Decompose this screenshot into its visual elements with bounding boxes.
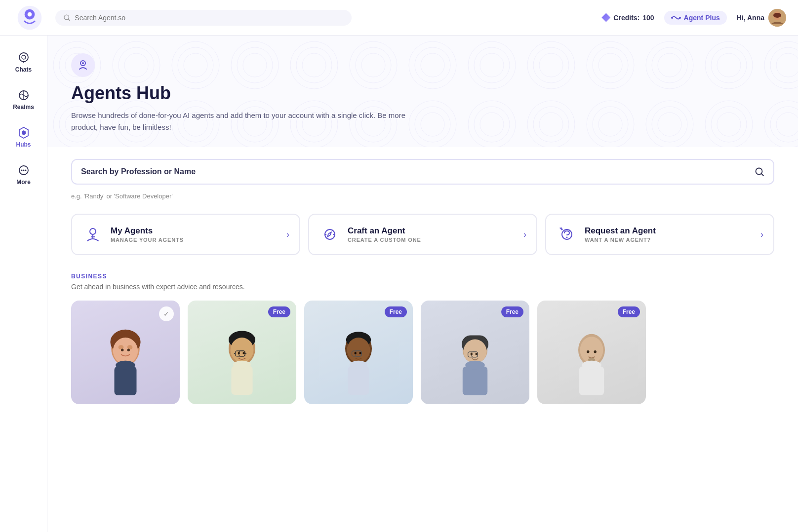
section-tag: BUSINESS (71, 273, 774, 280)
agent-plus-badge[interactable]: Agent Plus (664, 11, 727, 25)
agent-card-2[interactable]: Free (188, 301, 296, 404)
svg-point-23 (90, 228, 96, 234)
section-desc: Get ahead in business with expert advice… (71, 283, 774, 291)
header: Credits: 100 Agent Plus Hi, Anna (0, 0, 798, 36)
my-agents-text: My Agents MANAGE YOUR AGENTS (111, 226, 279, 243)
logo[interactable] (12, 5, 47, 31)
svg-point-37 (127, 349, 130, 351)
sidebar-item-chats[interactable]: Chats (5, 45, 42, 79)
svg-point-18 (23, 170, 24, 171)
svg-rect-67 (463, 367, 487, 396)
realms-label: Realms (13, 104, 34, 111)
avatar[interactable] (768, 9, 786, 27)
chats-icon (17, 51, 30, 64)
hub-search-icon (755, 167, 764, 177)
svg-point-56 (354, 352, 357, 354)
my-agents-icon (82, 224, 104, 245)
credits-label: Credits: (613, 14, 639, 22)
header-right: Credits: 100 Agent Plus Hi, Anna (601, 9, 786, 27)
svg-point-17 (21, 170, 22, 171)
svg-point-53 (347, 338, 370, 362)
global-search[interactable] (55, 10, 352, 26)
agent-avatar-3 (324, 315, 393, 404)
hubs-label: Hubs (16, 141, 31, 148)
agent-avatar-2 (207, 315, 277, 404)
svg-point-57 (359, 352, 361, 354)
svg-rect-74 (579, 367, 604, 396)
credits-diamond-icon (601, 13, 610, 22)
sidebar-item-more[interactable]: More (5, 158, 42, 191)
agent-card-4[interactable]: Free (421, 301, 529, 404)
chats-label: Chats (15, 66, 32, 73)
search-input[interactable] (75, 14, 344, 22)
svg-point-48 (242, 352, 245, 354)
svg-point-9 (19, 53, 28, 62)
request-agent-arrow: › (760, 229, 763, 240)
agent-badge-2: Free (268, 306, 290, 317)
svg-point-36 (121, 349, 123, 351)
svg-point-39 (116, 361, 135, 370)
page-title: Agents Hub (71, 83, 774, 104)
my-agents-title: My Agents (111, 226, 279, 236)
realms-icon (17, 89, 30, 102)
more-label: More (16, 179, 31, 186)
svg-point-21 (82, 62, 84, 64)
svg-marker-15 (22, 130, 26, 135)
sidebar-item-hubs[interactable]: Hubs (5, 120, 42, 154)
content-area: Agents Hub Browse hundreds of done-for-y… (47, 36, 798, 532)
svg-point-33 (113, 338, 138, 364)
craft-agent-title: Craft an Agent (348, 226, 517, 236)
craft-agent-card[interactable]: Craft an Agent CREATE A CUSTOM ONE › (308, 214, 537, 255)
svg-rect-49 (231, 366, 252, 395)
svg-point-47 (238, 352, 240, 354)
request-agent-title: Request an Agent (585, 226, 754, 236)
svg-point-65 (471, 353, 473, 355)
request-agent-icon (556, 224, 578, 245)
hub-search-input[interactable] (81, 167, 749, 176)
agent-hub-icon (76, 58, 90, 72)
search-icon (63, 14, 71, 22)
svg-point-72 (594, 350, 597, 353)
svg-point-66 (475, 353, 478, 355)
craft-agent-text: Craft an Agent CREATE A CUSTOM ONE (348, 226, 517, 243)
credits-value: 100 (642, 14, 654, 22)
svg-point-8 (773, 13, 781, 18)
agent-badge-3: Free (385, 306, 407, 317)
sidebar-item-realms[interactable]: Realms (5, 83, 42, 116)
agent-card-3[interactable]: Free (304, 301, 413, 404)
credits-badge: Credits: 100 (601, 13, 654, 22)
svg-point-2 (28, 12, 32, 16)
agents-grid: ✓ (71, 301, 774, 404)
hub-search-bar[interactable] (71, 159, 774, 185)
svg-point-5 (679, 17, 681, 19)
agent-check-icon: ✓ (159, 306, 174, 321)
agent-plus-label: Agent Plus (684, 14, 720, 22)
action-cards: My Agents MANAGE YOUR AGENTS › Craft an … (47, 204, 798, 265)
main-layout: Chats Realms Hubs More (0, 36, 798, 532)
greeting-text: Hi, Anna (737, 14, 764, 22)
search-section (47, 147, 798, 189)
more-icon (17, 164, 30, 177)
my-agents-card[interactable]: My Agents MANAGE YOUR AGENTS › (71, 214, 300, 255)
svg-point-4 (671, 17, 673, 19)
svg-point-68 (465, 361, 485, 370)
agent-card-1[interactable]: ✓ (71, 301, 180, 404)
agent-avatar-4 (440, 315, 510, 404)
svg-point-59 (350, 361, 367, 369)
svg-point-75 (582, 361, 601, 370)
my-agents-arrow: › (286, 229, 289, 240)
craft-agent-sub: CREATE A CUSTOM ONE (348, 237, 517, 243)
agent-plus-icon (671, 14, 681, 21)
craft-agent-arrow: › (523, 229, 526, 240)
request-agent-sub: WANT A NEW AGENT? (585, 237, 754, 243)
hero-icon (71, 53, 95, 77)
agent-avatar-5 (557, 315, 626, 404)
sidebar: Chats Realms Hubs More (0, 36, 47, 532)
hero-subtitle: Browse hundreds of done-for-you AI agent… (71, 110, 417, 133)
user-greeting: Hi, Anna (737, 9, 786, 27)
svg-rect-38 (115, 367, 137, 396)
svg-point-50 (233, 361, 251, 369)
svg-rect-58 (348, 366, 369, 395)
agent-card-5[interactable]: Free (537, 301, 646, 404)
request-agent-card[interactable]: Request an Agent WANT A NEW AGENT? › (545, 214, 774, 255)
